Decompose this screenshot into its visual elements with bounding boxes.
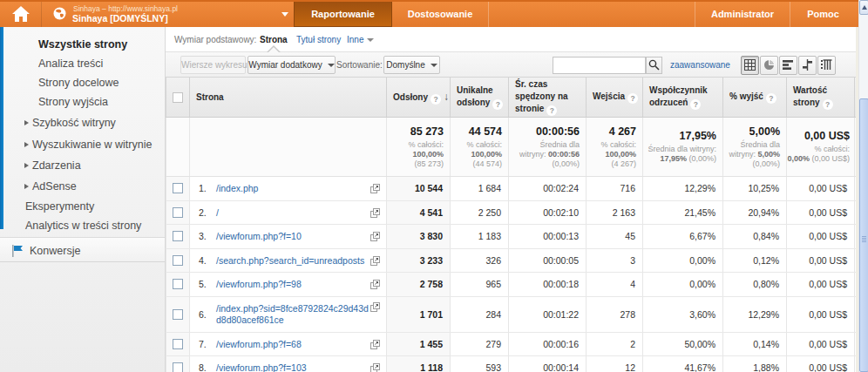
sidebar-item-2[interactable]: Strony docelowe [38, 77, 119, 89]
row-exit_rate: 10,25% [723, 177, 787, 200]
scrollbar-thumb[interactable] [859, 98, 868, 372]
header-page[interactable]: Strona [190, 78, 387, 117]
header-bounce-rate[interactable]: Współczynnik odrzuceń? [643, 78, 723, 117]
sidebar-item-7[interactable]: AdSense [24, 180, 77, 193]
row-checkbox[interactable] [173, 231, 183, 241]
row-entrances: 4 [587, 273, 643, 296]
help-icon[interactable]: ? [627, 93, 638, 104]
row-page_value: 0,00 US$ [787, 177, 855, 200]
open-page-icon[interactable] [370, 340, 380, 351]
chart-rows-button[interactable]: Wiersze wykresu [180, 56, 246, 74]
row-checkbox[interactable] [173, 183, 183, 193]
view-performance-button[interactable] [779, 56, 797, 75]
header-unique-pageviews[interactable]: Unikalne odsłony? [451, 78, 509, 117]
primary-dimension-label: Wymiar podstawowy: [174, 35, 256, 44]
row-checkbox[interactable] [173, 279, 183, 289]
header-pageviews[interactable]: Odsłony?↓ [387, 78, 451, 117]
dimension-page[interactable]: Strona [260, 35, 288, 44]
sidebar-item-8[interactable]: Eksperymenty [25, 200, 94, 213]
help-icon[interactable]: ? [690, 99, 701, 110]
sidebar-item-6[interactable]: Zdarzenia [24, 159, 81, 172]
help-icon[interactable]: ? [431, 94, 441, 105]
open-page-icon[interactable] [370, 208, 380, 220]
summary-value: 0,00 US$ [804, 130, 850, 142]
row-checkbox-cell [166, 249, 190, 273]
dimension-other[interactable]: Inne [347, 35, 374, 44]
row-entrances: 2 [587, 333, 643, 356]
select-all-checkbox[interactable] [173, 92, 183, 103]
page-link[interactable]: /viewforum.php?f=68 [216, 338, 302, 349]
summary-exit_rate: 5,00%Średnia dlawitryny: 5,00%(0,00%) [723, 118, 787, 176]
row-page_value: 0,00 US$ [787, 225, 855, 248]
open-page-icon[interactable] [370, 280, 380, 291]
summary-bounce_rate: 17,95%Średnia dla witryny:17,95% (0,00%) [643, 118, 723, 176]
row-pageviews: 2 758 [387, 273, 451, 296]
header-exit-rate[interactable]: % wyjść? [723, 78, 787, 117]
sidebar-item-1[interactable]: Analiza treści [38, 57, 103, 70]
scroll-up-button[interactable] [859, 0, 868, 15]
header-entrances[interactable]: Wejścia? [587, 78, 643, 117]
home-button[interactable] [0, 2, 42, 27]
sidebar-item-label: Strony wyjścia [38, 96, 108, 108]
row-pageviews: 1 118 [387, 356, 451, 372]
row-avg_time: 00:00:13 [509, 225, 587, 248]
open-page-icon[interactable] [370, 256, 380, 267]
tab-customization[interactable]: Dostosowanie [392, 2, 489, 27]
help-icon[interactable]: ? [546, 105, 557, 116]
page-link[interactable]: /search.php?search_id=unreadposts [216, 254, 364, 266]
header-page-value[interactable]: Wartość strony? [787, 78, 855, 117]
vertical-scrollbar[interactable] [858, 0, 868, 372]
sidebar-item-9[interactable]: Analytics w treści strony [25, 220, 141, 232]
tab-admin[interactable]: Administrator [695, 2, 790, 27]
account-selector[interactable]: Sinhaya – http://www.sinhaya.pl Sinhaya … [51, 2, 293, 27]
row-checkbox[interactable] [173, 309, 183, 320]
page-link[interactable]: / [216, 206, 219, 218]
row-page_value: 0,00 US$ [787, 273, 855, 296]
summary-value: 44 574 [469, 125, 502, 138]
view-table-button[interactable] [741, 56, 759, 75]
search-input[interactable] [553, 57, 645, 73]
row-checkbox[interactable] [173, 207, 183, 218]
expand-arrow-icon [24, 184, 29, 189]
view-pivot-button[interactable] [817, 56, 836, 75]
sort-select[interactable]: Domyślne [383, 56, 440, 74]
summary-subtext: % całości:0,00% (0,00 US$) [787, 145, 850, 164]
sidebar-item-4[interactable]: Szybkość witryny [24, 117, 116, 129]
help-icon[interactable]: ? [492, 99, 503, 110]
secondary-dimension-button[interactable]: Wymiar dodatkowy [248, 56, 336, 74]
open-page-icon[interactable] [370, 302, 380, 314]
row-checkbox-cell [166, 297, 190, 332]
sidebar-item-label: Wszystkie strony [38, 38, 127, 51]
help-icon[interactable]: ? [823, 99, 833, 110]
sidebar-item-conversions[interactable]: Konwersje [0, 237, 165, 262]
open-page-icon[interactable] [370, 232, 380, 243]
open-page-icon[interactable] [370, 363, 380, 372]
search-button[interactable] [646, 57, 662, 74]
header-avg-time[interactable]: Śr. czas spędzony na stronie? [509, 78, 587, 117]
view-comparison-button[interactable] [798, 56, 817, 75]
open-page-icon[interactable] [370, 184, 380, 195]
tab-reporting[interactable]: Raportowanie [294, 2, 392, 27]
view-percentage-button[interactable] [760, 56, 778, 75]
page-link[interactable]: /viewforum.php?f=98 [216, 279, 302, 290]
sidebar-item-5[interactable]: Wyszukiwanie w witrynie [24, 139, 152, 151]
page-link[interactable]: /index.php?sid=8fce8792824c29d43dd8d80ac… [216, 303, 370, 326]
advanced-search-link[interactable]: zaawansowane [670, 60, 730, 70]
sidebar-item-0[interactable]: Wszystkie strony [38, 38, 127, 51]
row-exit_rate: 0,14% [723, 333, 787, 356]
row-index: 6. [199, 309, 207, 320]
page-link[interactable]: /viewforum.php?f=103 [216, 362, 307, 372]
dimension-page-title[interactable]: Tytuł strony [296, 35, 341, 44]
sidebar-item-3[interactable]: Strony wyjścia [38, 96, 108, 108]
row-page_value: 0,00 US$ [787, 297, 855, 332]
help-icon[interactable]: ? [766, 93, 776, 104]
tab-help[interactable]: Pomoc [790, 2, 856, 27]
row-checkbox[interactable] [173, 362, 183, 372]
page-link[interactable]: /index.php [216, 183, 258, 194]
row-checkbox[interactable] [173, 339, 183, 349]
page-link[interactable]: /viewforum.php?f=10 [216, 231, 302, 242]
chevron-down-icon [431, 64, 437, 67]
row-checkbox[interactable] [173, 255, 183, 266]
row-avg_time: 00:00:18 [509, 273, 587, 296]
sidebar-item-label: Analytics w treści strony [25, 220, 141, 232]
